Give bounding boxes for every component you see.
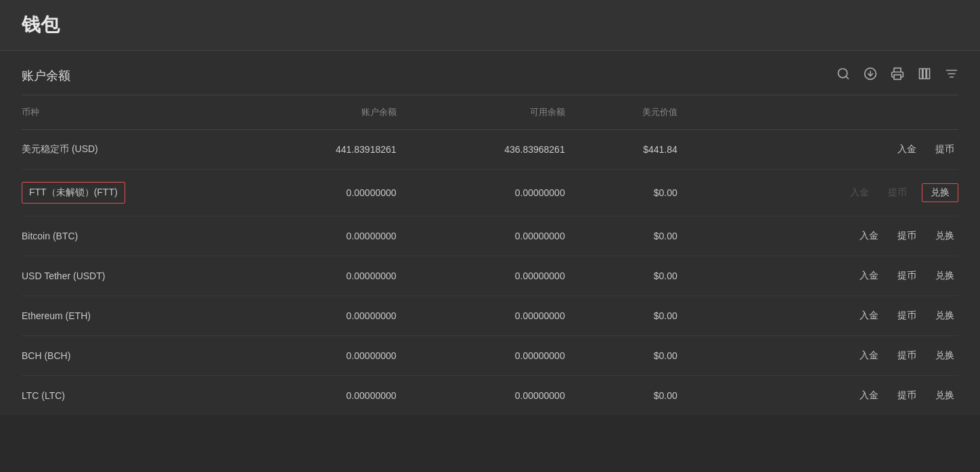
usd-value-cell: $0.00 [565,170,677,216]
actions-cell: 入金提币兑换 [677,256,958,296]
actions-cell: 入金提币兑换 [677,170,958,216]
balance-cell: 0.00000000 [227,216,396,256]
page-title: 钱包 [22,14,60,35]
deposit-button[interactable]: 入金 [855,308,883,323]
actions-container: 入金提币兑换 [677,388,958,403]
col-header-available: 可用余额 [397,95,565,130]
coin-name: Bitcoin (BTC) [22,216,227,256]
balance-table: 币种 账户余额 可用余额 美元价值 美元稳定币 (USD)441.8391826… [22,95,958,415]
withdraw-button[interactable]: 提币 [884,185,911,200]
coin-name: 美元稳定币 (USD) [22,130,227,170]
available-cell: 0.00000000 [397,376,565,416]
balance-cell: 0.00000000 [227,296,396,336]
withdraw-button[interactable]: 提币 [893,268,920,283]
usd-value-cell: $0.00 [565,256,677,296]
table-row: LTC (LTC)0.000000000.00000000$0.00入金提币兑换 [22,376,958,416]
deposit-button[interactable]: 入金 [855,388,883,403]
available-cell: 0.00000000 [397,216,565,256]
svg-rect-6 [923,69,926,79]
col-header-actions [677,95,958,130]
balance-cell: 0.00000000 [227,336,396,376]
actions-cell: 入金提币兑换 [677,296,958,336]
exchange-button[interactable]: 兑换 [922,183,958,202]
deposit-button[interactable]: 入金 [893,142,920,157]
section-header: 账户余额 [22,51,958,95]
actions-cell: 入金提币 [677,130,958,170]
coin-name-highlighted: FTT（未解锁）(FTT) [22,182,125,204]
withdraw-button[interactable]: 提币 [893,348,920,363]
balance-cell: 0.00000000 [227,376,396,416]
svg-rect-4 [894,75,901,80]
svg-line-1 [846,76,849,79]
toolbar-icons [837,67,958,84]
balance-cell: 0.00000000 [227,256,396,296]
table-header-row: 币种 账户余额 可用余额 美元价值 [22,95,958,130]
section-title: 账户余额 [22,68,70,84]
filter-icon[interactable] [945,67,958,84]
exchange-button[interactable]: 兑换 [931,348,958,363]
available-cell: 0.00000000 [397,256,565,296]
actions-cell: 入金提币兑换 [677,216,958,256]
table-row: Bitcoin (BTC)0.000000000.00000000$0.00入金… [22,216,958,256]
deposit-button[interactable]: 入金 [855,229,883,243]
table-row: 美元稳定币 (USD)441.83918261436.83968261$441.… [22,130,958,170]
columns-icon[interactable] [918,67,931,84]
withdraw-button[interactable]: 提币 [893,308,920,323]
col-header-currency: 币种 [22,95,227,130]
balance-cell: 0.00000000 [227,170,396,216]
col-header-balance: 账户余额 [227,95,396,130]
col-header-usd: 美元价值 [565,95,677,130]
table-row: USD Tether (USDT)0.000000000.00000000$0.… [22,256,958,296]
download-icon[interactable] [864,67,877,84]
exchange-button[interactable]: 兑换 [931,268,958,283]
withdraw-button[interactable]: 提币 [931,142,958,157]
currency-cell: FTT（未解锁）(FTT) [22,170,227,216]
actions-cell: 入金提币兑换 [677,376,958,416]
usd-value-cell: $0.00 [565,296,677,336]
deposit-button[interactable]: 入金 [855,268,883,283]
usd-value-cell: $441.84 [565,130,677,170]
actions-container: 入金提币兑换 [677,308,958,323]
actions-container: 入金提币兑换 [677,229,958,243]
usd-value-cell: $0.00 [565,216,677,256]
balance-cell: 441.83918261 [227,130,396,170]
available-cell: 0.00000000 [397,296,565,336]
coin-name: Ethereum (ETH) [22,296,227,336]
withdraw-button[interactable]: 提币 [893,388,920,403]
usd-value-cell: $0.00 [565,336,677,376]
actions-container: 入金提币兑换 [677,268,958,283]
deposit-button[interactable]: 入金 [846,185,873,200]
table-row: FTT（未解锁）(FTT)0.000000000.00000000$0.00入金… [22,170,958,216]
search-icon[interactable] [837,67,850,84]
coin-name: BCH (BCH) [22,336,227,376]
svg-rect-5 [920,69,922,79]
svg-rect-7 [927,69,929,79]
available-cell: 436.83968261 [397,130,565,170]
coin-name: LTC (LTC) [22,376,227,416]
usd-value-cell: $0.00 [565,376,677,416]
actions-container: 入金提币 [677,142,958,157]
actions-container: 入金提币兑换 [677,183,958,202]
deposit-button[interactable]: 入金 [855,348,883,363]
actions-container: 入金提币兑换 [677,348,958,363]
table-row: Ethereum (ETH)0.000000000.00000000$0.00入… [22,296,958,336]
print-icon[interactable] [891,67,904,84]
exchange-button[interactable]: 兑换 [931,388,958,403]
available-cell: 0.00000000 [397,336,565,376]
page-header: 钱包 [0,0,980,51]
wallet-section: 账户余额 [0,51,980,415]
actions-cell: 入金提币兑换 [677,336,958,376]
exchange-button[interactable]: 兑换 [931,308,958,323]
table-row: BCH (BCH)0.000000000.00000000$0.00入金提币兑换 [22,336,958,376]
coin-name: USD Tether (USDT) [22,256,227,296]
exchange-button[interactable]: 兑换 [931,229,958,243]
available-cell: 0.00000000 [397,170,565,216]
withdraw-button[interactable]: 提币 [893,229,920,243]
